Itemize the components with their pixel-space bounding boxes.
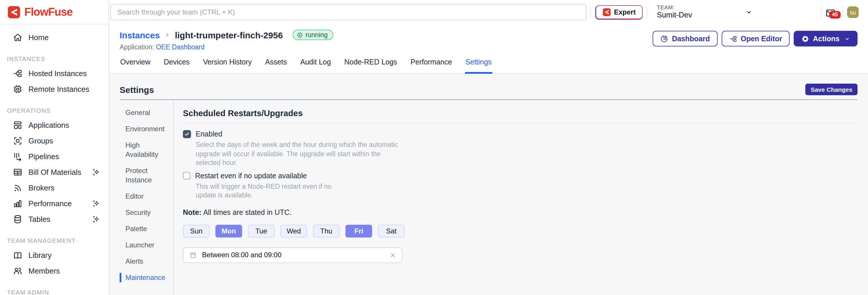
sidebar-item-performance[interactable]: Performance [0,196,108,211]
restart-row: Restart even if no update available [183,172,858,180]
home-icon [13,32,23,42]
sidebar-item-library[interactable]: Library [0,247,108,263]
hosted-instances-icon [13,68,23,79]
sidebar-item-hosted-instances[interactable]: Hosted Instances [0,66,108,81]
topbar-divider [821,6,822,18]
day-button-mon[interactable]: Mon [215,225,242,237]
tab-devices[interactable]: Devices [163,58,190,73]
tab-assets[interactable]: Assets [265,58,287,73]
notification-badge: 45 [829,11,841,19]
sidebar-item-label: Remote Instances [28,85,89,93]
settings-nav-launcher[interactable]: Launcher [120,240,169,250]
sidebar-item-pipelines[interactable]: Pipelines [0,149,108,164]
sidebar-item-label: Brokers [28,183,55,192]
page-head: Instances light-trumpeter-finch-2956 run… [109,24,868,51]
actions-button[interactable]: Actions [794,31,858,47]
settings-nav-high-availability[interactable]: High Availability [120,141,169,159]
application-link[interactable]: OEE Dashboard [156,43,205,51]
node-red-editor-icon [729,34,737,43]
users-icon [13,266,23,276]
tab-version-history[interactable]: Version History [202,58,252,73]
open-editor-button[interactable]: Open Editor [721,31,789,47]
schedule-time-input[interactable]: Between 08:00 and 09:00 [183,247,402,263]
restart-checkbox[interactable] [183,172,190,179]
clear-icon[interactable] [390,252,396,258]
team-selector[interactable]: TEAM: Sumit-Dev [657,5,692,20]
sidebar-section-instances: INSTANCES [7,55,102,62]
settings-nav-protect-instance[interactable]: Protect Instance [120,166,169,185]
sidebar-item-label: Hosted Instances [28,69,87,78]
sidebar-item-label: Applications [28,121,69,129]
app-window: FlowFuse Home INSTANCES Hosted Instances… [0,0,868,295]
tab-audit-log[interactable]: Audit Log [300,58,332,73]
breadcrumb-instances-link[interactable]: Instances [120,30,160,40]
day-picker: Sun Mon Tue Wed Thu Fri Sat [183,225,858,237]
note-label: Note: [183,208,202,216]
settings-nav-general[interactable]: General [120,108,169,117]
calendar-icon [189,251,197,259]
brand-header: FlowFuse [0,0,108,24]
panel-heading: Scheduled Restarts/Upgrades [183,109,858,118]
tab-settings[interactable]: Settings [465,58,492,74]
sidebar-item-groups[interactable]: Groups [0,133,108,149]
settings-nav-editor[interactable]: Editor [120,191,169,201]
sidebar-item-label: Pipelines [28,152,59,161]
sidebar-item-label: Performance [28,199,72,208]
sidebar-section-team-management: TEAM MANAGEMENT [7,237,102,244]
settings-nav-alerts[interactable]: Alerts [120,257,169,266]
day-button-wed[interactable]: Wed [280,225,307,237]
chevron-down-icon[interactable] [745,9,752,16]
application-line: Application: OEE Dashboard [120,43,334,51]
expert-label: Expert [614,8,636,16]
schedule-time-value: Between 08:00 and 09:00 [202,251,282,259]
sidebar-item-brokers[interactable]: Brokers [0,180,108,196]
settings-nav-security[interactable]: Security [120,208,169,217]
save-changes-button[interactable]: Save Changes [805,84,858,95]
dashboard-button[interactable]: Dashboard [653,31,718,47]
actions-button-label: Actions [813,34,840,43]
sidebar-item-label: Groups [28,137,53,145]
day-button-sat[interactable]: Sat [378,225,405,237]
device-group-icon [13,136,23,146]
sidebar-item-home[interactable]: Home [0,30,108,45]
tab-performance[interactable]: Performance [410,58,453,73]
database-icon [13,214,23,224]
main-column: Expert TEAM: Sumit-Dev 45 su [109,0,868,295]
instance-name: light-trumpeter-finch-2956 [175,30,283,40]
sidebar-item-tables[interactable]: Tables [0,211,108,227]
instance-tabs: Overview Devices Version History Assets … [109,51,868,74]
sidebar-item-applications[interactable]: Applications [0,117,108,133]
expert-button[interactable]: Expert [595,5,643,20]
settings-nav-palette[interactable]: Palette [120,224,169,233]
search-input[interactable] [110,4,586,20]
settings-header: Settings Save Changes [120,74,858,99]
sidebar-item-remote-instances[interactable]: Remote Instances [0,81,108,97]
settings-body: General Environment High Availability Pr… [120,100,858,295]
rss-icon [13,183,23,193]
status-label: running [305,31,328,38]
day-button-tue[interactable]: Tue [248,225,275,237]
topbar-right-cluster: 45 su [817,6,859,19]
day-button-thu[interactable]: Thu [313,225,340,237]
settings-nav-maintenance[interactable]: Maintenance [120,273,169,282]
day-button-fri[interactable]: Fri [345,225,372,237]
chevron-down-icon [844,36,850,41]
day-button-sun[interactable]: Sun [183,225,210,237]
top-bar: Expert TEAM: Sumit-Dev 45 su [109,0,868,24]
flowfuse-mini-logo-icon [602,8,611,16]
gear-icon [801,34,809,43]
sidebar-item-members[interactable]: Members [0,263,108,279]
tab-node-red-logs[interactable]: Node-RED Logs [344,58,398,73]
sidebar-item-bill-of-materials[interactable]: Bill Of Materials [0,164,108,180]
sidebar: FlowFuse Home INSTANCES Hosted Instances… [0,0,109,295]
restart-description: This will trigger a Node-RED restart eve… [196,182,337,200]
enabled-checkbox[interactable] [183,130,191,138]
avatar[interactable]: su [847,6,859,18]
settings-nav: General Environment High Availability Pr… [120,108,169,295]
breadcrumb: Instances light-trumpeter-finch-2956 run… [120,30,334,40]
tab-overview[interactable]: Overview [120,58,151,73]
notifications-button[interactable]: 45 [826,6,838,19]
application-label: Application: [120,43,154,51]
settings-nav-environment[interactable]: Environment [120,124,169,134]
dashboard-button-label: Dashboard [672,34,710,43]
